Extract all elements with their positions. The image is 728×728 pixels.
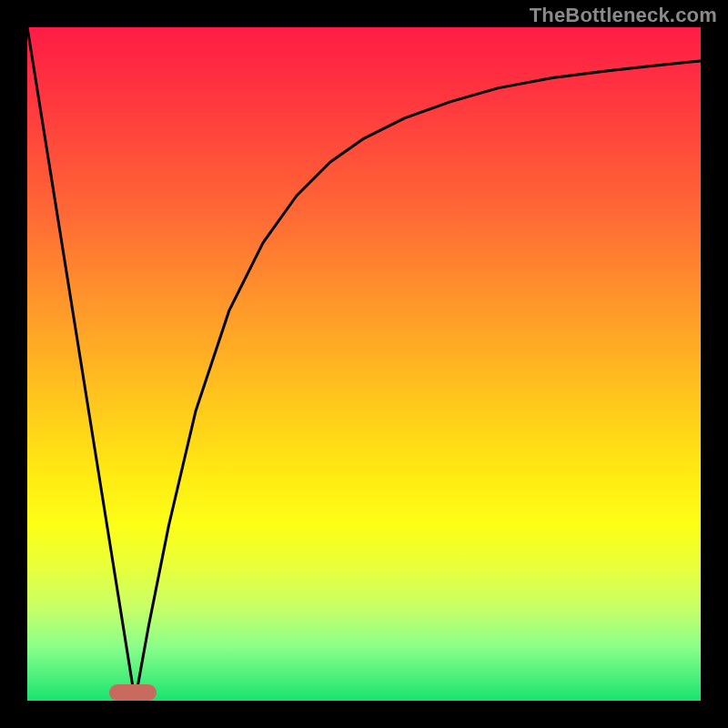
chart-stage: TheBottleneck.com [0, 0, 728, 728]
series-left-branch [27, 27, 135, 701]
watermark-text: TheBottleneck.com [530, 4, 717, 27]
curve-layer [27, 27, 701, 701]
series-right-branch [135, 61, 701, 701]
minimum-marker [109, 684, 157, 701]
plot-area [27, 27, 701, 701]
